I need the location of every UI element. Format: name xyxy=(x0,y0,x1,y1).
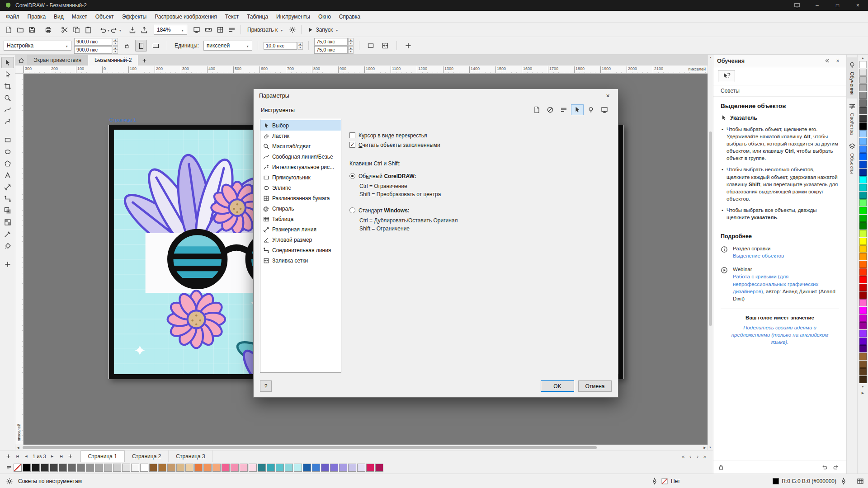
menu-item[interactable]: Вид xyxy=(50,11,68,23)
document-palette-swatch[interactable] xyxy=(222,464,230,472)
lock-docker-icon[interactable] xyxy=(718,464,724,470)
scroll-tabs-right-icon[interactable]: › xyxy=(694,454,701,459)
document-palette-swatch[interactable] xyxy=(167,464,175,472)
new-document-tab-button[interactable] xyxy=(138,56,150,66)
tools-list-item[interactable]: Угловой размер xyxy=(260,235,341,245)
treat-filled-checkbox-row[interactable]: Считать объекты заполненными xyxy=(349,140,609,150)
document-palette-swatch[interactable] xyxy=(149,464,157,472)
palette-swatch[interactable] xyxy=(859,92,867,99)
ok-button[interactable]: OK xyxy=(541,380,574,392)
palette-swatch[interactable] xyxy=(859,230,867,237)
vertical-ruler[interactable]: пикселей xyxy=(15,74,24,445)
document-palette-swatch[interactable] xyxy=(176,464,184,472)
copy-button[interactable] xyxy=(71,24,82,36)
page-tab[interactable]: Страница 3 xyxy=(169,450,212,462)
portrait-button[interactable] xyxy=(135,40,147,52)
palette-swatch[interactable] xyxy=(859,76,867,84)
options-category-lists[interactable] xyxy=(557,104,570,115)
options-category-tips[interactable] xyxy=(585,104,597,115)
scroll-down-icon[interactable] xyxy=(708,445,713,450)
document-palette-swatch[interactable] xyxy=(77,464,85,472)
webinar-link[interactable]: Работа с кривыми (для непрофессиональных… xyxy=(733,273,839,302)
page-width-field[interactable]: 900,0 пкс xyxy=(74,38,112,46)
palette-swatch[interactable] xyxy=(859,107,867,114)
show-grid-button[interactable] xyxy=(214,24,226,36)
options-category-disabled[interactable] xyxy=(544,104,557,115)
paste-button[interactable] xyxy=(82,24,94,36)
redo-button[interactable] xyxy=(110,24,122,36)
document-palette-swatch[interactable] xyxy=(267,464,275,472)
page-tab[interactable]: Страница 1 xyxy=(80,450,125,462)
dropdown-caret-icon[interactable] xyxy=(107,27,110,33)
palette-swatch[interactable] xyxy=(859,84,867,91)
first-page-icon[interactable] xyxy=(13,452,22,461)
coreldraw-radio-row[interactable]: Обычный CorelDRAW: xyxy=(349,171,609,181)
new-document-button[interactable] xyxy=(3,24,14,36)
print-button[interactable] xyxy=(42,24,54,36)
crop-tool[interactable] xyxy=(1,80,14,92)
tools-list-item[interactable]: Размерная линия xyxy=(260,224,341,235)
document-palette-swatch[interactable] xyxy=(50,464,58,472)
open-button[interactable] xyxy=(14,24,26,36)
document-tab[interactable]: Безымянный-2 xyxy=(88,55,138,66)
no-color-swatch[interactable] xyxy=(14,464,22,472)
palette-swatch[interactable] xyxy=(859,69,867,76)
options-category-pick[interactable] xyxy=(571,104,584,115)
document-palette-swatch[interactable] xyxy=(375,464,383,472)
artistic-media-tool[interactable] xyxy=(1,116,14,127)
docker-close-button[interactable]: × xyxy=(833,56,843,66)
treat-filled-checkbox[interactable] xyxy=(349,142,355,148)
document-palette-options-icon[interactable] xyxy=(5,463,14,472)
cancel-button[interactable]: Отмена xyxy=(578,380,612,392)
palette-swatch[interactable] xyxy=(859,245,867,253)
document-palette-swatch[interactable] xyxy=(68,464,76,472)
document-palette-swatch[interactable] xyxy=(258,464,266,472)
document-palette-swatch[interactable] xyxy=(212,464,221,472)
palette-swatch[interactable] xyxy=(859,192,867,199)
tools-list-item[interactable]: Прямоугольник xyxy=(260,172,341,183)
text-tool[interactable] xyxy=(1,169,14,181)
document-palette-swatch[interactable] xyxy=(276,464,284,472)
connector-tool[interactable] xyxy=(1,193,14,204)
document-palette-swatch[interactable] xyxy=(330,464,338,472)
freehand-tool[interactable] xyxy=(1,104,14,115)
add-page-button[interactable] xyxy=(4,452,13,461)
menu-item[interactable]: Макет xyxy=(68,11,91,23)
menu-item[interactable]: Инструменты xyxy=(272,11,314,23)
rectangle-tool[interactable] xyxy=(1,134,14,145)
document-palette-swatch[interactable] xyxy=(357,464,365,472)
dialog-help-button[interactable]: ? xyxy=(260,380,272,392)
document-palette-swatch[interactable] xyxy=(185,464,193,472)
palette-swatch[interactable] xyxy=(859,314,867,322)
palette-swatch[interactable] xyxy=(859,299,867,306)
workspace-display-icon[interactable] xyxy=(787,0,807,11)
tools-list-item[interactable]: Таблица xyxy=(260,214,341,224)
duplicate-y-field[interactable]: 75,0 пкс xyxy=(314,46,348,54)
document-palette-swatch[interactable] xyxy=(41,464,49,472)
docker-collapse-icon[interactable] xyxy=(822,56,832,66)
tools-list-item[interactable]: Выбор xyxy=(260,120,341,131)
nudge-spinner[interactable] xyxy=(297,42,303,50)
document-tab[interactable]: Экран приветствия xyxy=(27,55,88,66)
docker-tab[interactable]: Объекты xyxy=(847,139,857,178)
document-palette-swatch[interactable] xyxy=(312,464,320,472)
vertical-scrollbar[interactable] xyxy=(708,55,713,450)
page-height-field[interactable]: 900,0 пкс xyxy=(74,46,112,54)
palette-swatch[interactable] xyxy=(859,153,867,160)
palette-swatch[interactable] xyxy=(859,222,867,230)
minimize-button[interactable]: – xyxy=(807,0,827,11)
palette-swatch[interactable] xyxy=(859,261,867,268)
show-rulers-button[interactable] xyxy=(203,24,214,36)
undo-button[interactable] xyxy=(99,24,110,36)
document-palette-swatch[interactable] xyxy=(140,464,148,472)
tooltips-icon[interactable] xyxy=(4,475,15,487)
horizontal-scrollbar-thumb[interactable] xyxy=(23,446,597,449)
welcome-home-icon[interactable] xyxy=(15,56,27,66)
docker-tab[interactable]: Обучения xyxy=(847,57,857,99)
document-palette-swatch[interactable] xyxy=(231,464,239,472)
palette-swatch[interactable] xyxy=(859,253,867,260)
dropdown-caret-icon[interactable] xyxy=(119,27,122,33)
tools-list-item[interactable]: Интеллектуальное рис... xyxy=(260,162,341,172)
tools-list-item[interactable]: Заливка сетки xyxy=(260,255,341,266)
zoom-level-combo[interactable]: 184% xyxy=(154,25,187,35)
